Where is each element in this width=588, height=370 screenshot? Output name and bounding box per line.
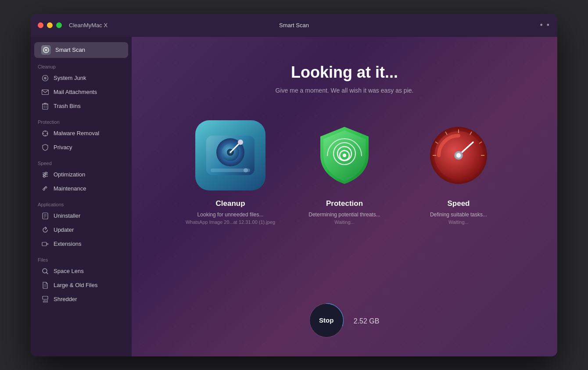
stop-button-wrap: Stop [310, 304, 345, 339]
sidebar-item-malware-removal[interactable]: Malware Removal [34, 126, 128, 140]
section-protection-label: Protection [31, 113, 132, 126]
sidebar: Smart Scan Cleanup System Junk [31, 37, 132, 356]
sidebar-item-maintenance[interactable]: Maintenance [34, 182, 128, 196]
sidebar-item-privacy[interactable]: Privacy [34, 140, 128, 154]
minimize-button[interactable] [47, 22, 53, 28]
maintenance-icon [41, 185, 49, 193]
svg-point-16 [45, 172, 47, 174]
large-old-files-label: Large & Old Files [54, 282, 97, 288]
trash-bins-label: Trash Bins [54, 103, 81, 109]
sidebar-item-optimization[interactable]: Optimization [34, 168, 128, 182]
malware-icon [41, 129, 49, 137]
sidebar-item-updater[interactable]: Updater [34, 223, 128, 237]
system-junk-icon [41, 74, 49, 82]
shredder-icon [41, 295, 49, 303]
protection-card: Protection Determining potential threats… [296, 120, 393, 225]
svg-rect-4 [43, 104, 48, 109]
uninstaller-icon [41, 212, 49, 220]
space-lens-label: Space Lens [54, 268, 84, 274]
trash-icon [41, 102, 49, 110]
stop-button-label: Stop [319, 316, 333, 324]
sidebar-item-large-old-files[interactable]: Large & Old Files [34, 278, 128, 292]
smart-scan-label: Smart Scan [55, 47, 85, 53]
content-area: Smart Scan Cleanup System Junk [31, 37, 557, 356]
svg-point-37 [238, 140, 243, 145]
section-cleanup-label: Cleanup [31, 58, 132, 71]
maximize-button[interactable] [56, 22, 62, 28]
speed-card-file: Waiting... [448, 219, 468, 225]
sidebar-item-shredder[interactable]: Shredder [34, 292, 128, 306]
main-title: Looking at it... [291, 63, 398, 82]
uninstaller-label: Uninstaller [54, 212, 80, 219]
shredder-label: Shredder [54, 296, 77, 302]
bottom-bar: Stop 2.52 GB [310, 304, 380, 339]
extensions-label: Extensions [54, 241, 82, 247]
section-applications-label: Applications [31, 196, 132, 209]
smart-scan-icon [41, 45, 51, 55]
sidebar-item-space-lens[interactable]: Space Lens [34, 264, 128, 278]
cleanup-card-title: Cleanup [215, 199, 245, 208]
speed-card: Speed Defining suitable tasks... Waiting… [410, 120, 507, 225]
space-lens-icon [41, 267, 49, 275]
section-files-label: Files [31, 251, 132, 264]
mail-attachments-label: Mail Attachments [54, 89, 97, 95]
more-options-button[interactable]: • • [540, 21, 550, 30]
app-window: CleanMyMac X Smart Scan • • Smart Scan C… [31, 14, 557, 356]
optimization-icon [41, 171, 49, 179]
maintenance-label: Maintenance [54, 185, 86, 192]
svg-point-40 [343, 154, 346, 157]
close-button[interactable] [38, 22, 43, 28]
main-subtitle: Give me a moment. We all wish it was eas… [276, 87, 414, 94]
cleanup-card-file: WhatsApp Image 20...at 12.31.00 (1).jpeg [186, 219, 275, 225]
cleanup-card-status: Looking for unneeded files... [197, 212, 264, 218]
protection-card-file: Waiting... [334, 219, 354, 225]
svg-point-52 [456, 153, 461, 158]
large-files-icon [41, 281, 49, 289]
malware-removal-label: Malware Removal [54, 130, 99, 137]
svg-point-1 [45, 49, 47, 51]
protection-card-title: Protection [326, 199, 363, 208]
gb-label: 2.52 GB [354, 317, 380, 325]
optimization-label: Optimization [54, 171, 85, 178]
privacy-icon [41, 144, 49, 151]
updater-icon [41, 226, 49, 234]
privacy-label: Privacy [54, 144, 72, 151]
main-content: Looking at it... Give me a moment. We al… [132, 37, 557, 356]
sidebar-item-mail-attachments[interactable]: Mail Attachments [34, 85, 128, 99]
updater-label: Updater [54, 226, 74, 233]
protection-card-status: Determining potential threats... [308, 212, 380, 218]
speed-card-title: Speed [447, 199, 470, 208]
svg-point-15 [43, 174, 45, 176]
sidebar-item-uninstaller[interactable]: Uninstaller [34, 209, 128, 223]
svg-point-17 [43, 176, 45, 177]
stop-button[interactable]: Stop [310, 304, 343, 337]
app-name: CleanMyMac X [69, 22, 108, 29]
cleanup-card: Cleanup Looking for unneeded files... Wh… [182, 120, 279, 225]
cards-row: Cleanup Looking for unneeded files... Wh… [182, 120, 507, 225]
speed-card-status: Defining suitable tasks... [430, 212, 487, 218]
sidebar-item-trash-bins[interactable]: Trash Bins [34, 99, 128, 113]
protection-icon [309, 120, 380, 190]
svg-rect-22 [42, 242, 47, 246]
section-speed-label: Speed [31, 154, 132, 168]
cleanup-icon [195, 120, 265, 190]
sidebar-item-system-junk[interactable]: System Junk [34, 71, 128, 85]
system-junk-label: System Junk [54, 75, 86, 81]
sidebar-item-extensions[interactable]: Extensions [34, 237, 128, 251]
speed-icon [423, 120, 494, 190]
window-title: Smart Scan [279, 22, 309, 29]
titlebar: CleanMyMac X Smart Scan • • [31, 14, 557, 37]
svg-rect-26 [43, 296, 48, 299]
mail-icon [41, 88, 49, 96]
extensions-icon [41, 240, 49, 248]
sidebar-item-smart-scan[interactable]: Smart Scan [34, 42, 128, 58]
traffic-lights [38, 22, 62, 28]
svg-point-39 [244, 168, 248, 172]
